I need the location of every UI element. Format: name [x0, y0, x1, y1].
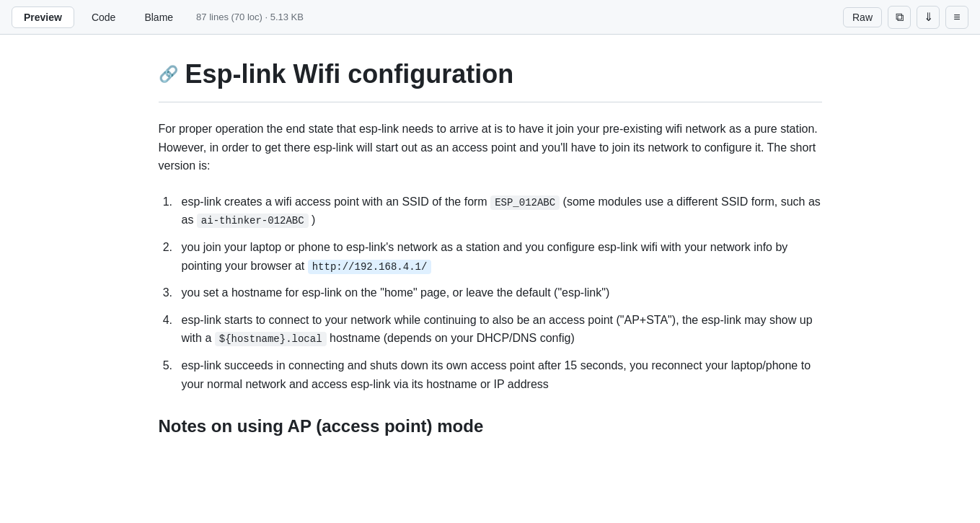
raw-button[interactable]: Raw	[843, 7, 882, 27]
copy-icon: ⧉	[896, 11, 904, 24]
step1-code2: ai-thinker-012ABC	[197, 214, 309, 228]
step2-text1: you join your laptop or phone to esp-lin…	[182, 241, 788, 272]
step1-text1: esp-link creates a wifi access point wit…	[182, 195, 491, 208]
step5-text: esp-link succeeds in connecting and shut…	[182, 359, 811, 390]
content-area: 🔗 Esp-link Wifi configuration For proper…	[130, 35, 851, 471]
list-icon: ≡	[953, 11, 960, 24]
file-info: 87 lines (70 loc) · 5.13 KB	[196, 12, 304, 22]
section2-heading: Notes on using AP (access point) mode	[159, 416, 822, 436]
tab-blame[interactable]: Blame	[133, 7, 185, 27]
download-icon: ⇓	[924, 10, 933, 24]
list-item: esp-link starts to connect to your netwo…	[176, 311, 822, 348]
heading-divider	[159, 102, 822, 102]
tab-code[interactable]: Code	[80, 7, 127, 27]
toolbar-right: Raw ⧉ ⇓ ≡	[843, 6, 968, 29]
step1-text3: as	[182, 214, 197, 226]
page-heading: 🔗 Esp-link Wifi configuration	[159, 58, 822, 90]
download-button[interactable]: ⇓	[917, 6, 940, 29]
tab-preview[interactable]: Preview	[12, 6, 74, 28]
step3-text: you set a hostname for esp-link on the "…	[182, 286, 610, 299]
list-item: esp-link creates a wifi access point wit…	[176, 193, 822, 229]
top-bar: Preview Code Blame 87 lines (70 loc) · 5…	[0, 0, 980, 35]
step1-code1: ESP_012ABC	[490, 195, 560, 210]
step4-text2: hostname (depends on your DHCP/DNS confi…	[327, 332, 575, 344]
steps-list: esp-link creates a wifi access point wit…	[159, 193, 822, 393]
list-item: esp-link succeeds in connecting and shut…	[176, 356, 822, 393]
page-title: Esp-link Wifi configuration	[185, 58, 514, 90]
list-item: you set a hostname for esp-link on the "…	[176, 284, 822, 302]
menu-button[interactable]: ≡	[945, 6, 968, 29]
step2-url: http://192.168.4.1/	[308, 260, 432, 274]
step1-text2: (some modules use a different SSID form,…	[560, 195, 821, 208]
intro-paragraph: For proper operation the end state that …	[159, 120, 822, 175]
list-item: you join your laptop or phone to esp-lin…	[176, 238, 822, 275]
copy-button[interactable]: ⧉	[888, 6, 911, 29]
anchor-icon[interactable]: 🔗	[159, 65, 178, 84]
step4-code: ${hostname}.local	[215, 332, 327, 346]
tabs-container: Preview Code Blame 87 lines (70 loc) · 5…	[12, 6, 304, 28]
step1-text4: )	[309, 214, 316, 226]
